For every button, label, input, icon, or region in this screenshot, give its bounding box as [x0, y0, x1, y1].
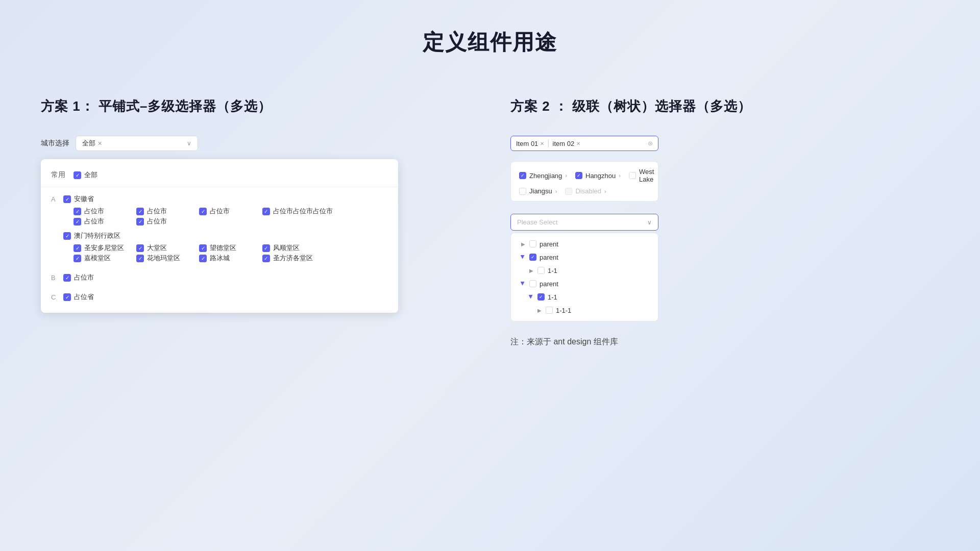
tree-cb-2-1[interactable]	[537, 267, 545, 274]
tree-node-1[interactable]: ▶ parent	[511, 237, 658, 251]
cascader-select[interactable]: Please Select ∨	[510, 214, 658, 231]
cascader-tags[interactable]: Item 01 ✕ | item 02 ✕ ⊗	[510, 136, 658, 151]
dropdown-panel: 常用 全部 A 安徽省	[41, 159, 398, 313]
mc2[interactable]: 大堂区	[136, 243, 199, 253]
city-3[interactable]: 占位市	[199, 207, 262, 216]
selector-trigger[interactable]: 全部 ✕ ∨	[76, 136, 198, 151]
cascader-row1: Zhengjiang › Hangzhou › West Lake	[519, 168, 650, 183]
group-a-content: 安徽省 占位市 占位市 占位市 占位市占位市占位市 占位市 占位市	[63, 194, 388, 263]
tree-arrow-3-1-1[interactable]: ▶	[535, 306, 544, 314]
tree-label-3: parent	[540, 280, 558, 288]
chead-jiangsu[interactable]: Jiangsu ›	[519, 187, 557, 195]
group-letter-b: B	[51, 273, 63, 282]
cascader-tags-container: Item 01 ✕ | item 02 ✕ ⊗	[510, 136, 658, 151]
tree-node-3-1[interactable]: ▶ 1-1	[511, 290, 658, 304]
group-b: B 占位市	[41, 270, 398, 285]
city-4[interactable]: 占位市占位市占位市	[262, 207, 388, 216]
tree-cb-1[interactable]	[529, 240, 536, 247]
group-c: C 占位省	[41, 289, 398, 305]
tree-node-3[interactable]: ▶ parent	[511, 277, 658, 290]
mc4[interactable]: 风顺堂区	[262, 243, 325, 253]
mc5[interactable]: 嘉模堂区	[74, 254, 136, 263]
left-panel: 方案 1： 平铺式–多级选择器（多选） 城市选择 全部 ✕ ∨ 常用 全部	[41, 97, 470, 347]
tree-arrow-1[interactable]: ▶	[519, 240, 527, 248]
city-5[interactable]: 占位市	[74, 217, 136, 226]
anhui-cities-2: 占位市 占位市	[63, 217, 388, 226]
all-checkbox-label: 全部	[84, 170, 97, 180]
group-letter-a: A	[51, 194, 63, 263]
jiangsu-cb[interactable]	[519, 188, 526, 195]
chead-westlake[interactable]: West Lake	[629, 168, 654, 183]
zhengjiang-cb[interactable]	[519, 172, 526, 179]
disabled-arrow: ›	[604, 188, 606, 194]
mc8[interactable]: 圣方济各堂区	[262, 254, 325, 263]
tree-arrow-3-1[interactable]: ▶	[527, 293, 535, 301]
mc7[interactable]: 路冰城	[199, 254, 262, 263]
selector-tag-all: 全部 ✕	[82, 139, 102, 148]
b-city[interactable]: 占位市	[63, 273, 94, 282]
anhui-cb[interactable]	[63, 195, 71, 203]
divider	[41, 187, 398, 187]
tag2-close-icon[interactable]: ✕	[576, 141, 580, 146]
group-c-content: 占位省	[63, 292, 94, 302]
left-panel-title: 方案 1： 平铺式–多级选择器（多选）	[41, 97, 470, 115]
tag-close-icon[interactable]: ✕	[97, 140, 102, 147]
c-province[interactable]: 占位省	[63, 292, 94, 302]
city-1[interactable]: 占位市	[74, 207, 136, 216]
clear-all-icon[interactable]: ⊗	[648, 140, 653, 147]
zhengjiang-arrow: ›	[565, 172, 567, 179]
mc1[interactable]: 圣安多尼堂区	[74, 243, 136, 253]
anhui-checkbox[interactable]: 安徽省	[63, 194, 94, 204]
tree-label-1: parent	[540, 240, 558, 248]
jiangsu-arrow: ›	[555, 188, 557, 194]
tag1-close-icon[interactable]: ✕	[540, 141, 544, 146]
group-a: A 安徽省 占位市 占位市 占位市 占位市占位市占位市	[41, 191, 398, 266]
all-checkbox-input[interactable]	[74, 171, 81, 179]
tree-node-2[interactable]: ▶ parent	[511, 251, 658, 264]
all-checkbox[interactable]: 全部	[74, 170, 97, 180]
page-title: 定义组件用途	[0, 0, 980, 77]
tag-item01: Item 01 ✕	[516, 140, 544, 147]
group-b-content: 占位市	[63, 273, 94, 282]
tree-panel-container: ▶ parent ▶ parent ▶ 1-1	[510, 233, 658, 321]
tree-cb-3-1[interactable]	[537, 293, 545, 300]
select-placeholder: Please Select	[517, 218, 647, 226]
disabled-cb	[565, 188, 572, 195]
chead-hangzhou[interactable]: Hangzhou ›	[575, 172, 621, 180]
tree-panel: ▶ parent ▶ parent ▶ 1-1	[510, 233, 658, 321]
macao-checkbox[interactable]: 澳门特别行政区	[63, 231, 120, 240]
mc6[interactable]: 花地玛堂区	[136, 254, 199, 263]
mc3[interactable]: 望德堂区	[199, 243, 262, 253]
tree-cb-2[interactable]	[529, 254, 536, 261]
dropdown-header: 常用 全部	[41, 167, 398, 187]
hangzhou-arrow: ›	[619, 172, 621, 179]
anhui-cities-1: 占位市 占位市 占位市 占位市占位市占位市	[63, 207, 388, 216]
tree-cb-3[interactable]	[529, 280, 536, 287]
macao-cb[interactable]	[63, 232, 71, 240]
chead-zhengjiang[interactable]: Zhengjiang ›	[519, 172, 567, 180]
tree-label-3-1-1: 1-1-1	[556, 307, 571, 314]
tag-separator: |	[547, 139, 549, 148]
tree-label-2: parent	[540, 254, 558, 261]
city-6[interactable]: 占位市	[136, 217, 199, 226]
chead-disabled: Disabled ›	[565, 187, 606, 195]
tree-arrow-2-1[interactable]: ▶	[527, 266, 535, 274]
city-2[interactable]: 占位市	[136, 207, 199, 216]
selector-arrow-icon: ∨	[187, 140, 191, 147]
tree-node-3-1-1[interactable]: ▶ 1-1-1	[511, 304, 658, 317]
tree-label-2-1: 1-1	[548, 267, 557, 274]
tree-cb-3-1-1[interactable]	[546, 307, 553, 314]
macao-cities-2: 嘉模堂区 花地玛堂区 路冰城 圣方济各堂区	[63, 254, 388, 263]
cascader-row2: Jiangsu › Disabled ›	[519, 187, 650, 195]
province-anhui-row: 安徽省	[63, 194, 388, 204]
tree-arrow-2[interactable]: ▶	[519, 253, 527, 261]
tree-node-2-1[interactable]: ▶ 1-1	[511, 264, 658, 277]
tree-arrow-3[interactable]: ▶	[519, 280, 527, 288]
westlake-cb[interactable]	[629, 172, 636, 179]
selector-label: 城市选择	[41, 139, 69, 148]
hangzhou-cb[interactable]	[575, 172, 582, 179]
group-letter-c: C	[51, 292, 63, 302]
select-container: Please Select ∨	[510, 214, 658, 231]
selector-row: 城市选择 全部 ✕ ∨	[41, 136, 470, 151]
province-macao-row: 澳门特别行政区	[63, 231, 388, 240]
